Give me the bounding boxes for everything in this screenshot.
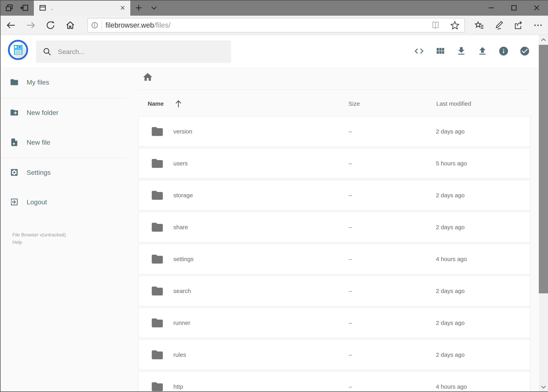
forward-button[interactable] <box>21 16 41 35</box>
forward-icon <box>26 20 36 30</box>
favorite-star-icon[interactable] <box>450 20 460 30</box>
tab-preview-icon <box>5 3 14 12</box>
scroll-up-button[interactable] <box>539 35 548 45</box>
url-text: filebrowser.web/files/ <box>105 21 170 29</box>
app-body: My files New folder New file Settings Lo… <box>0 67 548 392</box>
sidebar-item-logout[interactable]: Logout <box>0 195 127 209</box>
app-header <box>0 35 548 67</box>
search-bar[interactable] <box>36 41 231 63</box>
tab-preview-button[interactable] <box>2 0 16 16</box>
new-folder-icon <box>10 108 19 117</box>
back-icon <box>6 20 16 30</box>
file-row[interactable]: runner – 2 days ago <box>138 308 531 338</box>
info-button[interactable] <box>493 39 514 63</box>
window-border <box>0 0 0 392</box>
grid-view-icon <box>435 46 445 56</box>
column-header-size[interactable]: Size <box>348 100 360 107</box>
minimize-icon <box>487 4 495 12</box>
upload-button[interactable] <box>472 39 493 63</box>
new-tab-icon <box>134 4 143 12</box>
annotate-pen-icon <box>494 20 504 30</box>
grid-view-button[interactable] <box>430 39 451 63</box>
select-multiple-button[interactable] <box>514 39 535 63</box>
address-bar[interactable]: filebrowser.web/files/ <box>87 18 465 33</box>
sidebar-item-my-files[interactable]: My files <box>0 75 127 89</box>
folder-icon <box>151 316 164 329</box>
file-row[interactable]: settings – 4 hours ago <box>138 244 531 274</box>
file-name: runner <box>173 320 190 326</box>
file-row[interactable]: search – 2 days ago <box>138 276 531 306</box>
url-separator <box>102 20 102 30</box>
file-row[interactable]: share – 2 days ago <box>138 212 531 243</box>
window-border <box>0 0 548 0</box>
file-name: rules <box>173 351 186 358</box>
folder-icon <box>151 348 164 362</box>
scrollbar-thumb[interactable] <box>539 45 548 293</box>
browser-page-icon <box>39 4 47 12</box>
file-row[interactable]: storage – 2 days ago <box>138 180 531 210</box>
code-button[interactable] <box>409 39 430 63</box>
file-row[interactable]: http – 4 hours ago <box>138 371 531 392</box>
share-button[interactable] <box>509 16 528 35</box>
home-icon <box>65 20 75 30</box>
file-row[interactable]: users – 5 hours ago <box>138 148 531 179</box>
new-tab-button[interactable] <box>132 0 146 16</box>
listing-header: Name Size Last modified <box>127 98 531 110</box>
set-tabs-aside-button[interactable] <box>17 0 32 16</box>
info-circle-icon[interactable] <box>91 21 98 29</box>
refresh-button[interactable] <box>41 16 60 35</box>
home-button[interactable] <box>60 16 80 35</box>
file-size: – <box>349 128 352 135</box>
page-scrollbar[interactable] <box>539 35 548 392</box>
breadcrumb-home-button[interactable] <box>142 71 153 83</box>
file-row[interactable]: version – 2 days ago <box>138 116 531 147</box>
file-name: share <box>173 224 188 231</box>
file-name: search <box>173 288 191 294</box>
annotate-button[interactable] <box>489 16 509 35</box>
sidebar-item-label: My files <box>27 78 49 86</box>
maximize-button[interactable] <box>503 0 525 16</box>
sidebar-item-new-folder[interactable]: New folder <box>0 105 127 119</box>
back-button[interactable] <box>1 16 21 35</box>
active-tab[interactable]: . <box>34 0 130 16</box>
help-link[interactable]: Help <box>12 238 66 246</box>
sidebar-item-settings[interactable]: Settings <box>0 165 127 179</box>
file-size: – <box>349 256 352 262</box>
tab-close-icon[interactable] <box>120 5 126 11</box>
filebrowser-logo[interactable] <box>8 40 28 60</box>
tab-list-button[interactable] <box>147 0 161 16</box>
navigation-bar: filebrowser.web/files/ <box>0 16 548 35</box>
folder-icon <box>10 78 19 87</box>
share-icon <box>513 20 524 30</box>
file-size: – <box>349 192 352 199</box>
file-modified: 5 hours ago <box>436 160 467 167</box>
sidebar-item-label: New file <box>27 139 50 146</box>
chevron-down-icon <box>540 383 547 391</box>
download-button[interactable] <box>451 39 472 63</box>
file-name: version <box>173 128 192 135</box>
minimize-button[interactable] <box>480 0 503 16</box>
close-icon <box>533 4 541 12</box>
file-name: users <box>173 160 188 167</box>
search-input[interactable] <box>57 48 219 56</box>
close-button[interactable] <box>525 0 548 16</box>
hub-button[interactable] <box>470 16 489 35</box>
browser-window: . <box>0 0 548 392</box>
sidebar-item-new-file[interactable]: New file <box>0 135 127 149</box>
file-row[interactable]: rules – 2 days ago <box>138 339 531 370</box>
folder-icon <box>151 252 164 266</box>
more-button[interactable] <box>528 16 548 35</box>
folder-icon <box>151 221 164 234</box>
file-size: – <box>349 288 352 294</box>
column-header-name[interactable]: Name <box>148 100 164 107</box>
sidebar-item-label: Logout <box>27 198 47 206</box>
column-header-modified[interactable]: Last modified <box>436 100 471 107</box>
reading-view-icon[interactable] <box>431 21 440 30</box>
sidebar-divider <box>0 98 127 98</box>
file-size: – <box>349 383 352 390</box>
sort-ascending-icon[interactable] <box>173 99 184 109</box>
new-file-icon <box>10 138 19 147</box>
folder-icon <box>151 284 164 298</box>
file-size: – <box>349 224 352 231</box>
scroll-down-button[interactable] <box>539 382 548 392</box>
